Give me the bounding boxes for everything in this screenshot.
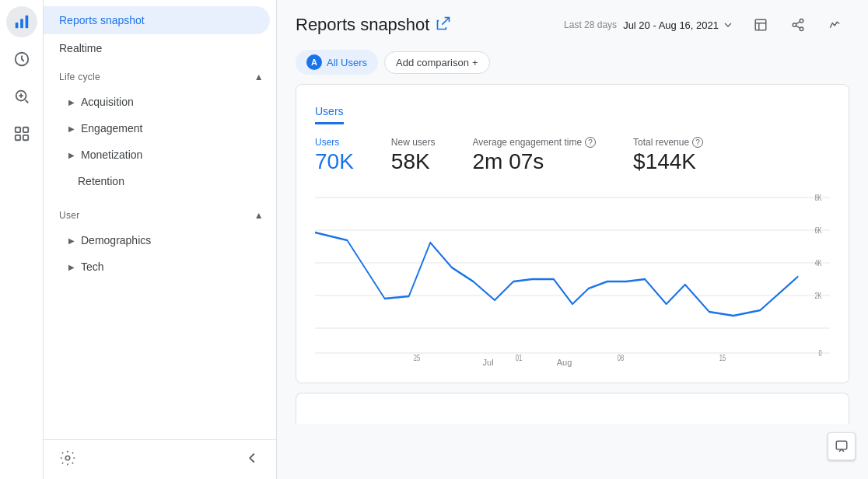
nav-label: Retention: [78, 175, 124, 187]
chevron-up-icon[interactable]: ▲: [254, 210, 264, 221]
svg-text:4K: 4K: [814, 258, 822, 268]
sidebar-item-tech[interactable]: Tech: [44, 253, 276, 280]
configure-icon[interactable]: [6, 118, 37, 149]
date-range-label: Last 28 days: [564, 19, 617, 30]
metrics-row: Users 70K New users 58K Average engageme…: [315, 137, 830, 174]
sidebar-item-realtime[interactable]: Realtime: [44, 34, 270, 62]
tab-users[interactable]: Users: [315, 100, 344, 124]
sidebar-item-retention[interactable]: Retention: [44, 168, 276, 194]
page-title: Reports snapshot: [296, 15, 429, 35]
date-range-selector[interactable]: Jul 20 - Aug 16, 2021: [623, 19, 734, 31]
expand-icon: [68, 98, 75, 107]
date-range: Last 28 days Jul 20 - Aug 16, 2021: [564, 19, 734, 31]
svg-rect-7: [15, 135, 19, 140]
metric-engagement-label: Average engagement time ?: [473, 137, 597, 148]
feedback-button[interactable]: [828, 432, 856, 460]
svg-point-11: [800, 19, 803, 23]
all-users-label: All Users: [327, 57, 367, 68]
metric-engagement-value: 2m 07s: [473, 149, 597, 174]
svg-rect-1: [20, 19, 23, 28]
chevron-up-icon[interactable]: ▲: [254, 72, 264, 82]
sidebar-item-demographics[interactable]: Demographics: [44, 227, 276, 253]
expand-icon: [68, 263, 75, 271]
nav-label: Engagement: [81, 122, 142, 135]
x-label-jul: Jul: [483, 358, 494, 367]
sidebar-item-monetization[interactable]: Monetization: [44, 142, 276, 168]
svg-text:01: 01: [516, 353, 522, 361]
engagement-help-icon[interactable]: ?: [585, 137, 596, 148]
share-button[interactable]: [784, 11, 812, 39]
chart-area: Users Users 70K New users 58K Average en…: [277, 84, 868, 479]
nav-label: Tech: [81, 260, 104, 273]
svg-text:8K: 8K: [814, 193, 822, 203]
sidebar-item-label: Realtime: [59, 42, 102, 54]
svg-text:25: 25: [414, 353, 420, 361]
settings-button[interactable]: [59, 449, 76, 470]
metric-new-users: New users 58K: [391, 137, 436, 174]
sidebar-bottom: [44, 439, 276, 479]
metric-revenue-label: Total revenue ?: [633, 137, 703, 148]
main-content: Reports snapshot Last 28 days Jul 20 - A…: [277, 0, 868, 479]
svg-text:2K: 2K: [814, 291, 822, 301]
svg-rect-8: [23, 135, 27, 140]
sidebar: Reports snapshot Realtime Life cycle ▲ A…: [44, 0, 277, 479]
chart-line: [315, 233, 798, 316]
sidebar-nav: Reports snapshot Realtime Life cycle ▲ A…: [44, 0, 276, 439]
second-chart-card-partial: [296, 393, 849, 424]
sidebar-item-reports-snapshot[interactable]: Reports snapshot: [44, 6, 270, 34]
top-bar-right: Last 28 days Jul 20 - Aug 16, 2021: [564, 11, 849, 39]
metric-users: Users 70K: [315, 137, 354, 174]
svg-rect-5: [15, 128, 19, 132]
plus-icon: +: [472, 57, 478, 68]
expand-icon: [68, 236, 75, 245]
all-users-filter[interactable]: A All Users: [296, 50, 378, 75]
svg-rect-29: [836, 441, 847, 449]
expand-icon: [68, 124, 75, 133]
analytics-icon[interactable]: [6, 6, 37, 37]
nav-label: Monetization: [81, 149, 142, 161]
metric-new-users-value: 58K: [391, 149, 436, 174]
filter-row: A All Users Add comparison +: [277, 50, 868, 84]
nav-label: Acquisition: [81, 96, 134, 108]
toolbar-icons: [747, 11, 849, 39]
add-comparison-label: Add comparison: [396, 57, 469, 68]
line-chart-container: 8K 6K 4K 2K 0 25 01 08 15 Jul: [315, 190, 830, 367]
export-icon[interactable]: [436, 16, 451, 35]
svg-point-9: [65, 456, 70, 460]
svg-point-13: [800, 27, 803, 31]
svg-rect-6: [23, 128, 27, 132]
section-label: User: [59, 210, 80, 221]
section-user: User ▲: [44, 201, 276, 227]
date-range-text: Jul 20 - Aug 16, 2021: [623, 19, 719, 31]
top-bar: Reports snapshot Last 28 days Jul 20 - A…: [277, 0, 868, 50]
sidebar-item-acquisition[interactable]: Acquisition: [44, 89, 276, 115]
svg-text:6K: 6K: [814, 226, 822, 236]
customize-report-button[interactable]: [747, 11, 775, 39]
svg-rect-0: [15, 23, 18, 28]
insights-button[interactable]: [821, 11, 849, 39]
tab-label: Users: [315, 105, 344, 117]
svg-rect-10: [755, 19, 766, 30]
nav-label: Demographics: [81, 234, 151, 246]
x-label-aug: Aug: [557, 358, 572, 367]
svg-rect-2: [25, 16, 28, 29]
explore-icon[interactable]: [6, 81, 37, 112]
add-comparison-button[interactable]: Add comparison +: [384, 51, 490, 74]
realtime-icon[interactable]: [6, 44, 37, 75]
line-chart: 8K 6K 4K 2K 0 25 01 08 15: [315, 190, 830, 361]
metric-revenue-value: $144K: [633, 149, 703, 174]
metric-new-users-label: New users: [391, 137, 436, 148]
svg-text:15: 15: [719, 353, 726, 361]
user-badge-icon: A: [306, 54, 322, 70]
svg-text:0: 0: [818, 348, 821, 358]
metric-users-label: Users: [315, 137, 354, 148]
page-title-row: Reports snapshot: [296, 15, 451, 35]
chart-card: Users Users 70K New users 58K Average en…: [296, 84, 849, 383]
revenue-help-icon[interactable]: ?: [692, 137, 703, 148]
svg-text:08: 08: [618, 353, 624, 361]
collapse-sidebar-button[interactable]: [243, 449, 261, 470]
sidebar-item-label: Reports snapshot: [59, 14, 145, 26]
sidebar-item-engagement[interactable]: Engagement: [44, 115, 276, 142]
metric-engagement: Average engagement time ? 2m 07s: [473, 137, 597, 174]
section-label: Life cycle: [59, 72, 100, 82]
